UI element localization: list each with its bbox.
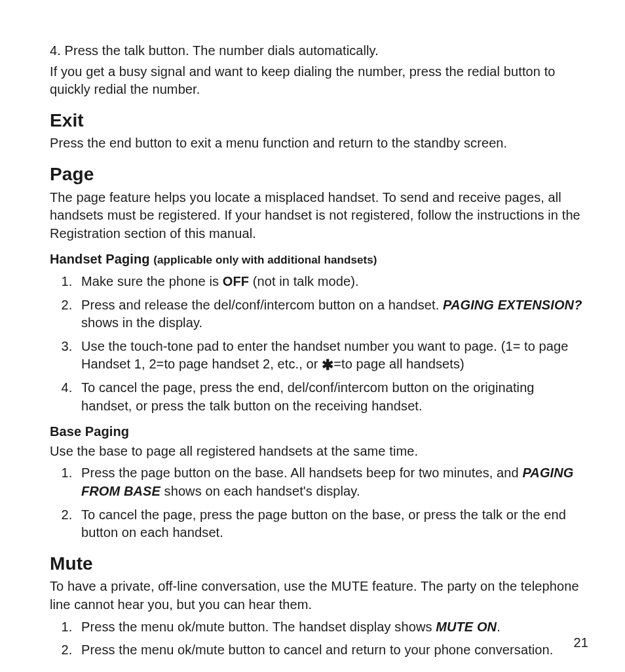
heading-exit: Exit — [50, 108, 588, 134]
base-paging-intro: Use the base to page all registered hand… — [50, 443, 588, 461]
mute-steps: Press the menu ok/mute button. The hands… — [50, 618, 588, 660]
hp-s1-off: OFF — [223, 274, 249, 288]
handset-paging-title-sub: (applicable only with additional handset… — [153, 254, 377, 266]
heading-page: Page — [50, 162, 588, 188]
base-paging-step-2: To cancel the page, press the page butto… — [76, 506, 588, 542]
mute-s1-a: Press the menu ok/mute button. The hands… — [81, 620, 436, 634]
manual-page: 4. Press the talk button. The number dia… — [0, 0, 625, 672]
mute-step-1: Press the menu ok/mute button. The hands… — [76, 618, 588, 637]
intro-step4: 4. Press the talk button. The number dia… — [50, 42, 588, 60]
exit-body: Press the end button to exit a menu func… — [50, 134, 588, 153]
page-number: 21 — [574, 634, 588, 652]
heading-handset-paging: Handset Paging (applicable only with add… — [50, 250, 588, 269]
intro-busy-note: If you get a busy signal and want to kee… — [50, 63, 588, 99]
handset-paging-title-main: Handset Paging — [50, 252, 153, 266]
mute-intro: To have a private, off-line conversation… — [50, 578, 588, 614]
bp-s1-a: Press the page button on the base. All h… — [81, 465, 522, 480]
bp-s1-b: shows on each handset's display. — [161, 484, 360, 498]
mute-step-2: Press the menu ok/mute button to cancel … — [76, 641, 588, 660]
hp-s2-paging-extension: PAGING EXTENSION? — [443, 298, 582, 312]
page-intro: The page feature helps you locate a misp… — [50, 189, 588, 243]
handset-paging-step-3: Use the touch-tone pad to enter the hand… — [76, 338, 588, 374]
hp-s3-b: =to page all handsets) — [333, 357, 464, 371]
hp-s1-a: Make sure the phone is — [81, 274, 223, 288]
handset-paging-step-2: Press and release the del/conf/intercom … — [76, 296, 588, 332]
hp-s1-b: (not in talk mode). — [249, 274, 359, 288]
hp-s2-a: Press and release the del/conf/intercom … — [81, 298, 443, 312]
mute-s1-b: . — [497, 620, 501, 634]
handset-paging-steps: Make sure the phone is OFF (not in talk … — [50, 273, 588, 415]
base-paging-step-1: Press the page button on the base. All h… — [76, 464, 588, 500]
heading-mute: Mute — [50, 551, 588, 577]
hp-s2-b: shows in the display. — [81, 315, 202, 330]
handset-paging-step-1: Make sure the phone is OFF (not in talk … — [76, 273, 588, 291]
mute-s1-mute-on: MUTE ON — [436, 620, 497, 634]
handset-paging-step-4: To cancel the page, press the end, del/c… — [76, 379, 588, 415]
heading-base-paging: Base Paging — [50, 423, 588, 441]
base-paging-steps: Press the page button on the base. All h… — [50, 464, 588, 542]
